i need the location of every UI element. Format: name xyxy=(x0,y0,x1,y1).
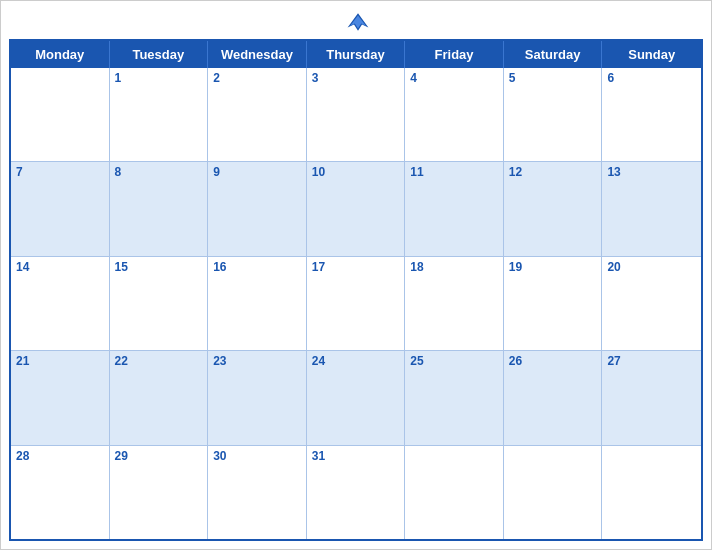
day-number: 5 xyxy=(509,71,597,87)
week-row-1: 123456 xyxy=(11,68,701,162)
day-number: 22 xyxy=(115,354,203,370)
day-number: 16 xyxy=(213,260,301,276)
day-cell xyxy=(602,446,701,539)
day-cell: 19 xyxy=(504,257,603,350)
day-cell: 11 xyxy=(405,162,504,255)
day-header-friday: Friday xyxy=(405,41,504,68)
day-header-monday: Monday xyxy=(11,41,110,68)
day-cell: 30 xyxy=(208,446,307,539)
day-number: 11 xyxy=(410,165,498,181)
day-number: 18 xyxy=(410,260,498,276)
week-row-3: 14151617181920 xyxy=(11,257,701,351)
day-cell: 4 xyxy=(405,68,504,161)
day-cell: 3 xyxy=(307,68,406,161)
day-cell xyxy=(11,68,110,161)
day-number: 29 xyxy=(115,449,203,465)
day-cell: 2 xyxy=(208,68,307,161)
day-number: 13 xyxy=(607,165,696,181)
day-cell: 22 xyxy=(110,351,209,444)
day-number: 12 xyxy=(509,165,597,181)
day-cell: 10 xyxy=(307,162,406,255)
day-cell: 7 xyxy=(11,162,110,255)
day-number: 6 xyxy=(607,71,696,87)
day-cell: 8 xyxy=(110,162,209,255)
day-cell xyxy=(405,446,504,539)
day-number: 27 xyxy=(607,354,696,370)
weeks-container: 1234567891011121314151617181920212223242… xyxy=(11,68,701,539)
calendar-container: MondayTuesdayWednesdayThursdayFridaySatu… xyxy=(0,0,712,550)
day-number: 2 xyxy=(213,71,301,87)
day-cell: 24 xyxy=(307,351,406,444)
day-cell: 5 xyxy=(504,68,603,161)
day-cell: 9 xyxy=(208,162,307,255)
day-number: 8 xyxy=(115,165,203,181)
day-cell: 20 xyxy=(602,257,701,350)
week-row-2: 78910111213 xyxy=(11,162,701,256)
calendar-header xyxy=(1,1,711,39)
day-cell: 1 xyxy=(110,68,209,161)
day-number: 10 xyxy=(312,165,400,181)
day-cell: 29 xyxy=(110,446,209,539)
day-number: 23 xyxy=(213,354,301,370)
day-cell: 17 xyxy=(307,257,406,350)
day-cell: 26 xyxy=(504,351,603,444)
day-cell: 15 xyxy=(110,257,209,350)
day-cell: 21 xyxy=(11,351,110,444)
day-number: 20 xyxy=(607,260,696,276)
day-cell: 16 xyxy=(208,257,307,350)
day-number: 3 xyxy=(312,71,400,87)
day-cell: 6 xyxy=(602,68,701,161)
day-cell: 12 xyxy=(504,162,603,255)
day-cell: 25 xyxy=(405,351,504,444)
day-cell: 18 xyxy=(405,257,504,350)
week-row-4: 21222324252627 xyxy=(11,351,701,445)
day-number: 9 xyxy=(213,165,301,181)
day-cell: 13 xyxy=(602,162,701,255)
day-header-thursday: Thursday xyxy=(307,41,406,68)
calendar-grid: MondayTuesdayWednesdayThursdayFridaySatu… xyxy=(9,39,703,541)
day-cell: 27 xyxy=(602,351,701,444)
day-number: 28 xyxy=(16,449,104,465)
day-number: 14 xyxy=(16,260,104,276)
day-number: 7 xyxy=(16,165,104,181)
day-number: 31 xyxy=(312,449,400,465)
day-number: 24 xyxy=(312,354,400,370)
day-header-wednesday: Wednesday xyxy=(208,41,307,68)
day-number: 4 xyxy=(410,71,498,87)
day-header-sunday: Sunday xyxy=(602,41,701,68)
day-number: 30 xyxy=(213,449,301,465)
day-cell: 31 xyxy=(307,446,406,539)
week-row-5: 28293031 xyxy=(11,446,701,539)
day-cell: 28 xyxy=(11,446,110,539)
day-number: 1 xyxy=(115,71,203,87)
day-cell xyxy=(504,446,603,539)
day-number: 25 xyxy=(410,354,498,370)
day-number: 17 xyxy=(312,260,400,276)
logo-bird-icon xyxy=(346,11,370,33)
day-number: 19 xyxy=(509,260,597,276)
day-number: 26 xyxy=(509,354,597,370)
day-number: 21 xyxy=(16,354,104,370)
day-headers-row: MondayTuesdayWednesdayThursdayFridaySatu… xyxy=(11,41,701,68)
day-cell: 23 xyxy=(208,351,307,444)
logo xyxy=(342,11,370,33)
day-header-saturday: Saturday xyxy=(504,41,603,68)
day-cell: 14 xyxy=(11,257,110,350)
day-header-tuesday: Tuesday xyxy=(110,41,209,68)
day-number: 15 xyxy=(115,260,203,276)
